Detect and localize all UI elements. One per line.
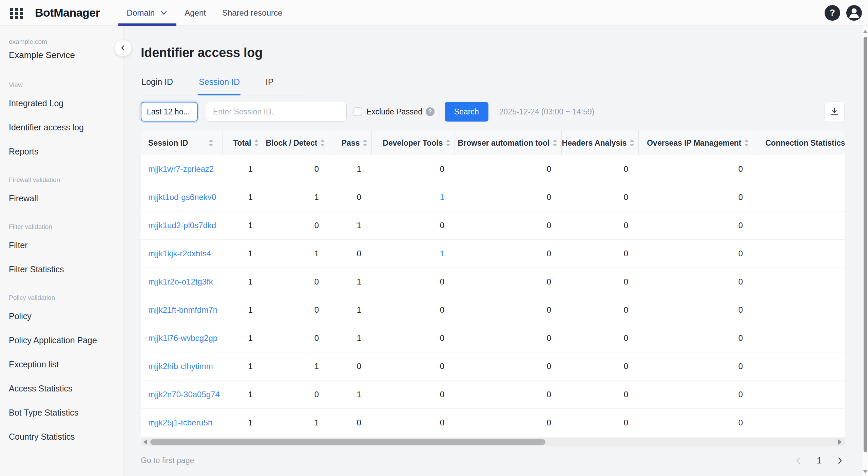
session-id-link[interactable]: mjjk21ft-bnmfdm7n (141, 296, 222, 324)
column-header-developer-tools[interactable]: Developer Tools (371, 131, 455, 155)
column-header-pass[interactable]: Pass (329, 131, 371, 155)
header-cell: Session ID (141, 131, 222, 155)
scroll-down-arrow[interactable] (863, 470, 868, 473)
exclude-passed-help-icon[interactable]: ? (426, 107, 435, 116)
sort-icon[interactable] (446, 139, 450, 147)
filter-bar: Last 12 ho... Exclude Passed ? Search 20… (141, 102, 845, 122)
period-select[interactable]: Last 12 ho... (141, 102, 198, 122)
session-id-link[interactable]: mjjk1ud2-pl0s7dkd (141, 212, 222, 240)
sidebar-item-exception-list[interactable]: Exception list (0, 352, 123, 377)
nav-item-shared-resource[interactable]: Shared resource (214, 0, 290, 26)
sidebar-item-policy[interactable]: Policy (0, 304, 123, 328)
session-id-link[interactable]: mjjk25j1-tcberu5h (141, 409, 222, 437)
sidebar-collapse-button[interactable] (115, 39, 132, 56)
sidebar-item-filter-statistics[interactable]: Filter Statistics (0, 257, 123, 281)
help-icon[interactable]: ? (825, 5, 840, 21)
sidebar-item-reports[interactable]: Reports (0, 140, 123, 164)
table-cell: 0 (371, 381, 455, 409)
vertical-scrollbar-thumb[interactable] (864, 37, 867, 452)
sidebar-item-filter[interactable]: Filter (0, 233, 123, 257)
session-id-link[interactable]: mjjkt1od-gs6nekv0 (141, 183, 222, 212)
search-button[interactable]: Search (445, 102, 488, 122)
table-cell[interactable]: 1 (371, 183, 455, 212)
nav-item-domain[interactable]: Domain (118, 0, 176, 26)
tab-login-id[interactable]: Login ID (141, 77, 174, 95)
sort-icon[interactable] (630, 139, 634, 147)
table-cell: 0 (371, 212, 455, 240)
sidebar-item-bot-type-statistics[interactable]: Bot Type Statistics (0, 401, 123, 425)
profile-glyph (846, 5, 862, 21)
topbar-actions: ? (825, 5, 868, 21)
session-id-link[interactable]: mjjk1wr7-zprieaz2 (141, 155, 222, 183)
topbar: BotManager Domain Agent Shared resource … (0, 0, 868, 26)
session-id-link[interactable]: mjjk1r2o-o12tg3fk (141, 268, 222, 296)
column-header-session-id[interactable]: Session ID (141, 131, 222, 155)
column-header-block-detect[interactable]: Block / Detect (263, 131, 329, 155)
table-cell: 1 (222, 296, 263, 324)
tab-session-id[interactable]: Session ID (198, 77, 240, 95)
scroll-right-arrow[interactable] (838, 439, 842, 445)
sidebar-item-country-statistics[interactable]: Country Statistics (0, 425, 123, 449)
current-page-number[interactable]: 1 (817, 456, 822, 465)
table-cell: 0 (638, 352, 753, 381)
sort-icon[interactable] (209, 139, 213, 147)
chevron-right-icon (835, 456, 845, 465)
date-range-text: 2025-12-24 (03:00 ~ 14:59) (499, 107, 595, 116)
table-cell: 1 (222, 155, 263, 183)
column-label: Session ID (148, 139, 188, 148)
header-cell: Developer Tools (372, 131, 455, 155)
sidebar-item-access-statistics[interactable]: Access Statistics (0, 377, 123, 401)
sidebar-item-firewall[interactable]: Firewall (0, 186, 123, 210)
nav-item-label: Agent (185, 8, 206, 18)
table-cell: 1 (329, 212, 371, 240)
table-cell: 0 (263, 381, 329, 409)
session-id-link[interactable]: mjjk2hib-clhytimm (141, 352, 222, 381)
vertical-scrollbar[interactable] (863, 26, 868, 476)
table-cell: 0 (455, 155, 561, 183)
column-header-browser-automation-tool[interactable]: Browser automation tool (455, 131, 561, 155)
table-cell: 1 (329, 324, 371, 352)
sidebar-section-filter: Filter validation Filter Filter Statisti… (0, 214, 123, 285)
table-cell: 0 (329, 352, 371, 381)
apps-grid-icon[interactable] (8, 5, 25, 21)
profile-icon[interactable] (846, 5, 862, 21)
table-row: mjjk25j1-tcberu5h1100000 (141, 409, 845, 437)
table-cell: 0 (638, 381, 753, 409)
column-header-overseas-ip-management[interactable]: Overseas IP Management (638, 131, 753, 155)
download-button[interactable] (824, 102, 845, 122)
previous-page-button[interactable] (794, 456, 803, 465)
sidebar-item-identifier-access-log[interactable]: Identifier access log (0, 115, 123, 140)
sort-icon[interactable] (363, 139, 367, 147)
table-cell: 0 (561, 268, 638, 296)
sort-icon[interactable] (553, 139, 557, 147)
sort-icon[interactable] (744, 139, 749, 147)
header-cell: Pass (329, 131, 371, 155)
table-cell: 0 (455, 212, 561, 240)
scroll-left-arrow[interactable] (143, 439, 147, 445)
tab-ip[interactable]: IP (265, 77, 274, 95)
table-cell: 0 (329, 183, 371, 212)
sidebar-item-policy-application-page[interactable]: Policy Application Page (0, 328, 123, 352)
sidebar-item-integrated-log[interactable]: Integrated Log (0, 91, 123, 115)
session-id-link[interactable]: mjjk1i76-wvbcg2gp (141, 324, 222, 352)
table-cell[interactable]: 1 (371, 240, 455, 268)
sidebar-section-label: Filter validation (0, 214, 123, 233)
scroll-up-arrow[interactable] (863, 30, 868, 33)
sort-icon[interactable] (320, 139, 325, 147)
nav-item-agent[interactable]: Agent (176, 0, 214, 26)
column-header-connection-statistics[interactable]: Connection Statistics A (753, 131, 845, 155)
exclude-passed-label[interactable]: Exclude Passed (366, 107, 422, 116)
session-id-link[interactable]: mjjk2n70-30a05g74 (141, 381, 222, 409)
horizontal-scrollbar-thumb[interactable] (150, 439, 545, 445)
session-id-input[interactable] (206, 102, 347, 122)
horizontal-scrollbar[interactable] (141, 438, 845, 446)
exclude-passed-checkbox[interactable] (353, 107, 362, 116)
sort-icon[interactable] (254, 139, 259, 147)
next-page-button[interactable] (835, 456, 845, 465)
column-header-headers-analysis[interactable]: Headers Analysis (561, 131, 638, 155)
table-cell: 0 (329, 409, 371, 437)
table-cell: 1 (222, 409, 263, 437)
column-header-total[interactable]: Total (222, 131, 263, 155)
session-id-link[interactable]: mjjk1kjk-r2dxhts4 (141, 240, 222, 268)
go-to-first-page-link[interactable]: Go to first page (141, 456, 194, 465)
